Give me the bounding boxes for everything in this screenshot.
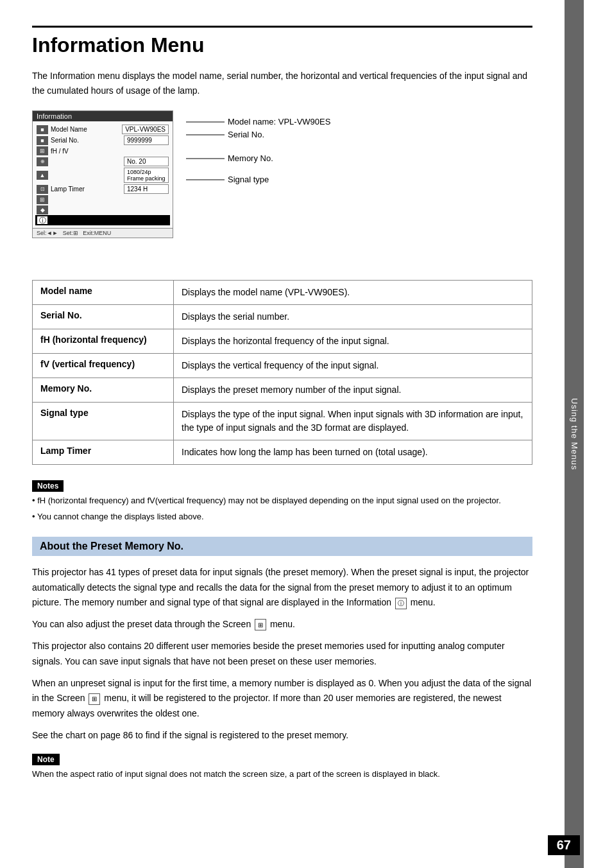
svg-text:Serial No.: Serial No. [228,130,264,139]
table-desc-cell: Displays the horizontal frequency of the… [174,329,532,354]
notes-header: Notes [32,480,64,492]
table-row: Lamp TimerIndicates how long the lamp ha… [33,440,532,465]
menu-bottom-bar: Sel:◄► Set:⊞ Exit:MENU [33,228,173,238]
table-row: fV (vertical frequency)Displays the vert… [33,354,532,378]
table-desc-cell: Displays the serial number. [174,305,532,329]
table-label-cell: Serial No. [33,305,174,329]
page-number: 67 [548,835,580,855]
callout-lines-svg: Model name: VPL-VW90ES Serial No. Memory… [186,110,455,265]
preset-section: About the Preset Memory No. This project… [32,537,532,743]
intro-text: The Information menu displays the model … [32,69,532,98]
preset-paragraph: See the chart on page 86 to find if the … [32,728,532,743]
diagram-area: Information ■ Model Name VPL-VW90ES ■ Se… [32,110,532,265]
table-label-cell: Model name [33,281,174,305]
table-label-cell: fH (horizontal frequency) [33,329,174,354]
menu-icon-lamp: ⊡ [37,185,48,194]
table-desc-cell: Displays the preset memory number of the… [174,378,532,403]
page-title: Information Menu [32,33,532,57]
menu-icon-7: ⊞ [37,195,48,204]
menu-row-7: ⊞ [35,195,170,205]
info-icon: ⓘ [395,598,407,609]
table-desc-cell: Displays the type of the input signal. W… [174,403,532,440]
preset-section-header: About the Preset Memory No. [32,537,532,556]
menu-title: Information [33,111,173,121]
screen-icon: ⊞ [255,619,266,630]
menu-icon-freq: ⊞ [37,146,48,155]
table-row: Memory No.Displays the preset memory num… [33,378,532,403]
menu-icon-8: ◆ [37,205,48,214]
menu-icon-memory: ⊕ [37,157,48,166]
table-desc-cell: Displays the vertical frequency of the i… [174,354,532,378]
menu-row-memory: ⊕ No. 20 [35,156,170,167]
table-row: Model nameDisplays the model name (VPL-V… [33,281,532,305]
preset-paragraph: You can also adjust the preset data thro… [32,617,532,632]
table-label-cell: Lamp Timer [33,440,174,465]
preset-section-body: This projector has 41 types of preset da… [32,565,532,743]
menu-row-signal: ▲ 1080/24pFrame packing [35,167,170,184]
sidebar-tab: Using the Menus [565,0,584,868]
notes-item: You cannot change the displays listed ab… [32,510,532,524]
menu-body: ■ Model Name VPL-VW90ES ■ Serial No. 999… [33,121,173,228]
preset-paragraph: When an unpreset signal is input for the… [32,676,532,722]
table-row: Serial No.Displays the serial number. [33,305,532,329]
note-header: Note [32,754,60,765]
menu-row-info: ⓘ [35,215,170,225]
menu-row-8: ◆ [35,205,170,215]
info-table: Model nameDisplays the model name (VPL-V… [32,280,532,465]
table-desc-cell: Indicates how long the lamp has been tur… [174,440,532,465]
menu-row-model: ■ Model Name VPL-VW90ES [35,124,170,135]
table-row: fH (horizontal frequency)Displays the ho… [33,329,532,354]
notes-item: fH (horizontal frequency) and fV(vertica… [32,494,532,508]
preset-paragraph: This projector also contains 20 differen… [32,639,532,670]
screen-icon2: ⊞ [89,693,100,705]
note-box: Note When the aspect ratio of input sign… [32,754,532,781]
menu-icon-signal: ▲ [37,171,48,180]
menu-icon-model: ■ [37,125,48,134]
svg-text:Signal type: Signal type [228,175,269,184]
menu-mockup: Information ■ Model Name VPL-VW90ES ■ Se… [32,110,173,238]
notes-content: fH (horizontal frequency) and fV(vertica… [32,494,532,524]
table-row: Signal typeDisplays the type of the inpu… [33,403,532,440]
table-label-cell: Signal type [33,403,174,440]
menu-row-serial: ■ Serial No. 9999999 [35,135,170,146]
table-desc-cell: Displays the model name (VPL-VW90ES). [174,281,532,305]
note-content: When the aspect ratio of input signal do… [32,768,532,781]
menu-icon-serial: ■ [37,136,48,145]
menu-icon-info: ⓘ [37,216,48,225]
menu-row-lamp: ⊡ Lamp Timer 1234 H [35,184,170,195]
menu-row-freq: ⊞ fH / fV [35,146,170,156]
table-label-cell: Memory No. [33,378,174,403]
svg-text:Memory No.: Memory No. [228,153,273,163]
preset-paragraph: This projector has 41 types of preset da… [32,565,532,611]
table-label-cell: fV (vertical frequency) [33,354,174,378]
svg-text:Model name: VPL-VW90ES: Model name: VPL-VW90ES [228,117,331,126]
notes-box: Notes fH (horizontal frequency) and fV(v… [32,480,532,524]
